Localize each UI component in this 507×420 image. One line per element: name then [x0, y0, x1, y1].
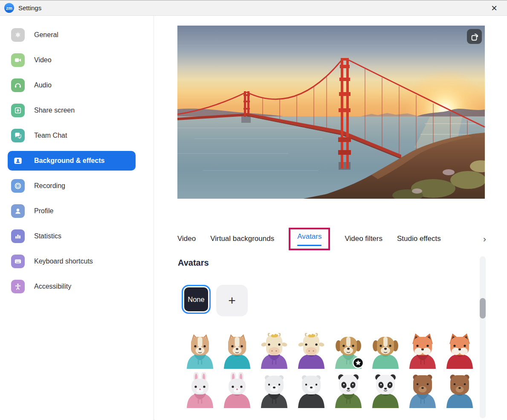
scrollbar-track[interactable] [480, 256, 486, 418]
sidebar-item-general[interactable]: General [8, 25, 136, 45]
avatar-corgi-tshirt[interactable] [218, 333, 255, 369]
avatars-heading: Avatars [178, 258, 209, 268]
add-avatar-button[interactable]: + [216, 285, 248, 316]
sidebar-item-statistics[interactable]: Statistics [8, 226, 136, 246]
sidebar-item-accessibility[interactable]: Accessibility [8, 277, 136, 296]
avatar-fox-hoodie[interactable] [404, 333, 441, 369]
sidebar-item-label: Share screen [34, 107, 75, 114]
sidebar-item-label: Team Chat [34, 132, 67, 139]
active-tab-underline [297, 245, 322, 246]
sidebar-item-team-chat[interactable]: Team Chat [8, 126, 136, 145]
headphones-icon [11, 78, 25, 92]
sidebar-item-video[interactable]: Video [8, 50, 136, 70]
sidebar-item-profile[interactable]: Profile [8, 201, 136, 221]
tab-label: Studio effects [397, 235, 441, 243]
user-badge-icon [11, 154, 25, 168]
avatar-corgi-hoodie[interactable] [181, 333, 218, 369]
avatar-rabbit-tshirt[interactable] [218, 372, 255, 408]
sidebar-item-recording[interactable]: Recording [8, 176, 136, 196]
accessibility-icon [11, 280, 25, 293]
avatar-rabbit-hoodie[interactable] [181, 372, 218, 408]
tab-virtual-backgrounds[interactable]: Virtual backgrounds [210, 235, 274, 243]
avatar-bear-tshirt[interactable] [441, 372, 478, 408]
tab-avatars[interactable]: Avatars [289, 228, 330, 250]
person-icon [11, 204, 25, 218]
tab-studio-effects[interactable]: Studio effects [397, 235, 441, 243]
scrollbar-thumb[interactable] [480, 298, 486, 319]
share-screen-icon [11, 104, 25, 117]
avatar-grid [181, 333, 478, 411]
sidebar-item-label: Background & effects [34, 157, 104, 165]
preview-image [177, 26, 485, 199]
sidebar-item-audio[interactable]: Audio [8, 75, 136, 95]
golden-gate-bridge-scene [177, 26, 485, 199]
tab-label: Video [177, 235, 196, 243]
sidebar-item-label: Profile [34, 207, 53, 215]
zoom-logo-icon: zm [4, 3, 14, 13]
avatar-fox-tshirt[interactable] [441, 333, 478, 369]
sidebar-item-label: Recording [34, 182, 65, 190]
sidebar-item-label: Audio [34, 81, 52, 89]
tabs-overflow-chevron[interactable]: › [477, 234, 486, 244]
titlebar: zm Settings × [0, 0, 507, 16]
avatar-polar-bear-tshirt[interactable] [293, 372, 330, 408]
keyboard-icon [11, 255, 25, 268]
sidebar-item-label: Statistics [34, 232, 61, 240]
sidebar-item-label: Video [34, 56, 52, 64]
main-panel: VideoVirtual backgroundsAvatarsVideo fil… [154, 16, 507, 420]
tab-label: Virtual backgrounds [210, 235, 274, 243]
sidebar: GeneralVideoAudioShare screenTeam ChatBa… [0, 16, 154, 420]
sidebar-item-label: General [34, 31, 58, 39]
rotate-preview-icon[interactable] [467, 29, 482, 44]
chat-bubbles-icon [11, 129, 25, 142]
bar-chart-icon [11, 229, 25, 243]
avatar-beagle-hoodie-starred[interactable] [330, 333, 367, 369]
avatar-cow-hoodie[interactable] [255, 333, 293, 369]
avatar-polar-bear-hoodie[interactable] [255, 372, 293, 408]
gear-icon [11, 28, 25, 42]
tab-label: Video filters [345, 235, 382, 243]
sidebar-item-label: Accessibility [34, 283, 71, 290]
avatar-presets: None + [182, 285, 248, 316]
avatar-cow-tshirt[interactable] [293, 333, 330, 369]
tab-video[interactable]: Video [177, 235, 196, 243]
sidebar-item-background-effects[interactable]: Background & effects [8, 151, 136, 171]
sidebar-item-keyboard-shortcuts[interactable]: Keyboard shortcuts [8, 252, 136, 271]
avatar-bear-hoodie[interactable] [404, 372, 441, 408]
avatar-panda-hoodie[interactable] [330, 372, 367, 408]
close-button[interactable]: × [487, 0, 502, 16]
sidebar-item-label: Keyboard shortcuts [34, 258, 93, 265]
avatar-none-button[interactable]: None [182, 285, 211, 314]
avatar-beagle-tshirt[interactable] [367, 333, 404, 369]
tab-label: Avatars [297, 232, 322, 240]
record-circle-icon [11, 179, 25, 193]
window-title: Settings [18, 4, 41, 12]
avatar-panda-tshirt[interactable] [367, 372, 404, 408]
tab-video-filters[interactable]: Video filters [345, 235, 382, 243]
tabs: VideoVirtual backgroundsAvatarsVideo fil… [177, 226, 486, 252]
sidebar-item-share-screen[interactable]: Share screen [8, 101, 136, 120]
video-camera-icon [11, 53, 25, 67]
